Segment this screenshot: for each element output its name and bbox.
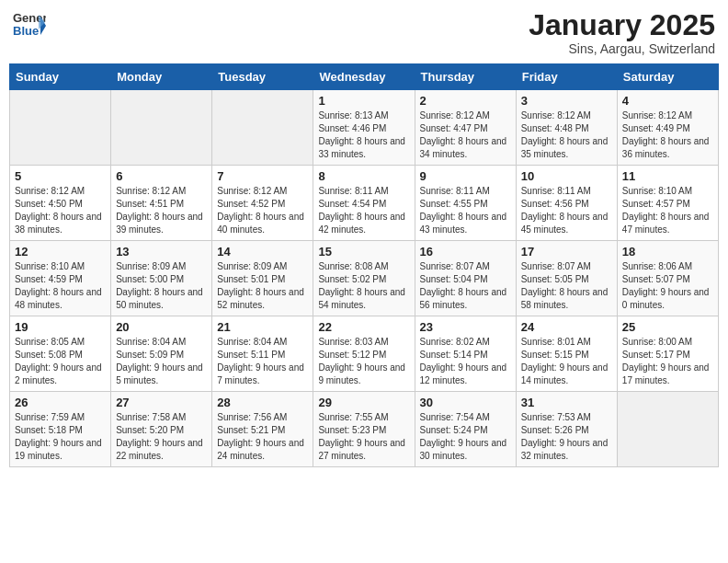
day-info: Sunrise: 8:09 AM Sunset: 5:00 PM Dayligh… (116, 260, 207, 312)
day-number: 21 (217, 320, 308, 334)
day-cell: 13Sunrise: 8:09 AM Sunset: 5:00 PM Dayli… (111, 241, 212, 316)
day-number: 17 (521, 245, 612, 259)
day-number: 7 (217, 169, 308, 183)
day-info: Sunrise: 8:06 AM Sunset: 5:07 PM Dayligh… (622, 260, 713, 312)
day-info: Sunrise: 8:08 AM Sunset: 5:02 PM Dayligh… (318, 260, 409, 312)
weekday-header-wednesday: Wednesday (313, 64, 415, 90)
svg-text:Blue: Blue (13, 24, 39, 38)
week-row-2: 5Sunrise: 8:12 AM Sunset: 4:50 PM Daylig… (10, 166, 719, 241)
day-info: Sunrise: 7:56 AM Sunset: 5:21 PM Dayligh… (217, 411, 308, 463)
day-info: Sunrise: 8:01 AM Sunset: 5:15 PM Dayligh… (521, 336, 612, 387)
weekday-header-monday: Monday (111, 64, 212, 90)
weekday-header-sunday: Sunday (10, 64, 111, 90)
logo: General Blue (13, 9, 46, 46)
day-cell (111, 90, 212, 166)
day-cell: 11Sunrise: 8:10 AM Sunset: 4:57 PM Dayli… (617, 166, 718, 241)
day-number: 23 (420, 320, 511, 334)
day-cell: 12Sunrise: 8:10 AM Sunset: 4:59 PM Dayli… (10, 241, 111, 316)
day-cell: 25Sunrise: 8:00 AM Sunset: 5:17 PM Dayli… (617, 316, 718, 392)
day-info: Sunrise: 8:07 AM Sunset: 5:04 PM Dayligh… (420, 260, 511, 312)
day-info: Sunrise: 7:54 AM Sunset: 5:24 PM Dayligh… (420, 411, 511, 463)
weekday-header-friday: Friday (516, 64, 617, 90)
day-cell: 1Sunrise: 8:13 AM Sunset: 4:46 PM Daylig… (313, 90, 415, 166)
day-cell: 10Sunrise: 8:11 AM Sunset: 4:56 PM Dayli… (516, 166, 617, 241)
day-info: Sunrise: 8:11 AM Sunset: 4:55 PM Dayligh… (420, 185, 511, 236)
day-number: 24 (521, 320, 612, 334)
day-number: 27 (116, 396, 207, 409)
day-cell: 31Sunrise: 7:53 AM Sunset: 5:26 PM Dayli… (516, 392, 617, 467)
day-info: Sunrise: 8:12 AM Sunset: 4:51 PM Dayligh… (116, 185, 207, 236)
day-info: Sunrise: 7:59 AM Sunset: 5:18 PM Dayligh… (15, 411, 106, 463)
day-cell (617, 392, 718, 467)
day-cell: 19Sunrise: 8:05 AM Sunset: 5:08 PM Dayli… (10, 316, 111, 392)
day-number: 2 (420, 94, 511, 108)
day-number: 5 (15, 169, 106, 183)
day-info: Sunrise: 7:55 AM Sunset: 5:23 PM Dayligh… (318, 411, 409, 463)
day-cell: 5Sunrise: 8:12 AM Sunset: 4:50 PM Daylig… (10, 166, 111, 241)
week-row-5: 26Sunrise: 7:59 AM Sunset: 5:18 PM Dayli… (10, 392, 719, 467)
day-info: Sunrise: 7:53 AM Sunset: 5:26 PM Dayligh… (521, 411, 612, 463)
day-cell: 9Sunrise: 8:11 AM Sunset: 4:55 PM Daylig… (415, 166, 516, 241)
day-info: Sunrise: 7:58 AM Sunset: 5:20 PM Dayligh… (116, 411, 207, 463)
day-info: Sunrise: 8:00 AM Sunset: 5:17 PM Dayligh… (622, 336, 713, 387)
day-cell: 18Sunrise: 8:06 AM Sunset: 5:07 PM Dayli… (617, 241, 718, 316)
day-number: 26 (15, 396, 106, 409)
day-cell: 24Sunrise: 8:01 AM Sunset: 5:15 PM Dayli… (516, 316, 617, 392)
day-number: 16 (420, 245, 511, 259)
day-cell: 8Sunrise: 8:11 AM Sunset: 4:54 PM Daylig… (313, 166, 415, 241)
day-info: Sunrise: 8:12 AM Sunset: 4:50 PM Dayligh… (15, 185, 106, 236)
day-info: Sunrise: 8:07 AM Sunset: 5:05 PM Dayligh… (521, 260, 612, 312)
day-cell: 14Sunrise: 8:09 AM Sunset: 5:01 PM Dayli… (212, 241, 313, 316)
day-number: 29 (318, 396, 409, 409)
day-number: 30 (420, 396, 511, 409)
weekday-header-thursday: Thursday (415, 64, 516, 90)
day-number: 14 (217, 245, 308, 259)
day-cell (10, 90, 111, 166)
day-number: 1 (318, 94, 409, 108)
day-info: Sunrise: 8:12 AM Sunset: 4:48 PM Dayligh… (521, 109, 612, 161)
location-subtitle: Sins, Aargau, Switzerland (529, 41, 715, 56)
day-number: 15 (318, 245, 409, 259)
day-cell: 17Sunrise: 8:07 AM Sunset: 5:05 PM Dayli… (516, 241, 617, 316)
day-number: 28 (217, 396, 308, 409)
day-info: Sunrise: 8:03 AM Sunset: 5:12 PM Dayligh… (318, 336, 409, 387)
day-cell: 20Sunrise: 8:04 AM Sunset: 5:09 PM Dayli… (111, 316, 212, 392)
day-cell: 27Sunrise: 7:58 AM Sunset: 5:20 PM Dayli… (111, 392, 212, 467)
day-number: 9 (420, 169, 511, 183)
day-number: 13 (116, 245, 207, 259)
day-cell: 26Sunrise: 7:59 AM Sunset: 5:18 PM Dayli… (10, 392, 111, 467)
day-info: Sunrise: 8:12 AM Sunset: 4:47 PM Dayligh… (420, 109, 511, 161)
day-number: 8 (318, 169, 409, 183)
day-info: Sunrise: 8:10 AM Sunset: 4:59 PM Dayligh… (15, 260, 106, 312)
day-cell: 3Sunrise: 8:12 AM Sunset: 4:48 PM Daylig… (516, 90, 617, 166)
week-row-1: 1Sunrise: 8:13 AM Sunset: 4:46 PM Daylig… (10, 90, 719, 166)
day-cell: 30Sunrise: 7:54 AM Sunset: 5:24 PM Dayli… (415, 392, 516, 467)
week-row-3: 12Sunrise: 8:10 AM Sunset: 4:59 PM Dayli… (10, 241, 719, 316)
day-cell: 7Sunrise: 8:12 AM Sunset: 4:52 PM Daylig… (212, 166, 313, 241)
day-number: 22 (318, 320, 409, 334)
day-info: Sunrise: 8:10 AM Sunset: 4:57 PM Dayligh… (622, 185, 713, 236)
day-cell: 22Sunrise: 8:03 AM Sunset: 5:12 PM Dayli… (313, 316, 415, 392)
day-number: 19 (15, 320, 106, 334)
weekday-header-tuesday: Tuesday (212, 64, 313, 90)
day-info: Sunrise: 8:12 AM Sunset: 4:52 PM Dayligh… (217, 185, 308, 236)
day-number: 18 (622, 245, 713, 259)
day-cell: 15Sunrise: 8:08 AM Sunset: 5:02 PM Dayli… (313, 241, 415, 316)
day-cell: 16Sunrise: 8:07 AM Sunset: 5:04 PM Dayli… (415, 241, 516, 316)
day-number: 12 (15, 245, 106, 259)
calendar-table: SundayMondayTuesdayWednesdayThursdayFrid… (9, 63, 719, 467)
day-info: Sunrise: 8:11 AM Sunset: 4:56 PM Dayligh… (521, 185, 612, 236)
day-number: 20 (116, 320, 207, 334)
weekday-header-row: SundayMondayTuesdayWednesdayThursdayFrid… (10, 64, 719, 90)
day-cell (212, 90, 313, 166)
day-number: 11 (622, 169, 713, 183)
day-number: 31 (521, 396, 612, 409)
day-cell: 6Sunrise: 8:12 AM Sunset: 4:51 PM Daylig… (111, 166, 212, 241)
day-cell: 28Sunrise: 7:56 AM Sunset: 5:21 PM Dayli… (212, 392, 313, 467)
day-cell: 29Sunrise: 7:55 AM Sunset: 5:23 PM Dayli… (313, 392, 415, 467)
day-info: Sunrise: 8:13 AM Sunset: 4:46 PM Dayligh… (318, 109, 409, 161)
title-block: January 2025 Sins, Aargau, Switzerland (529, 9, 715, 56)
weekday-header-saturday: Saturday (617, 64, 718, 90)
logo-graphic: General Blue (13, 9, 46, 46)
day-cell: 21Sunrise: 8:04 AM Sunset: 5:11 PM Dayli… (212, 316, 313, 392)
